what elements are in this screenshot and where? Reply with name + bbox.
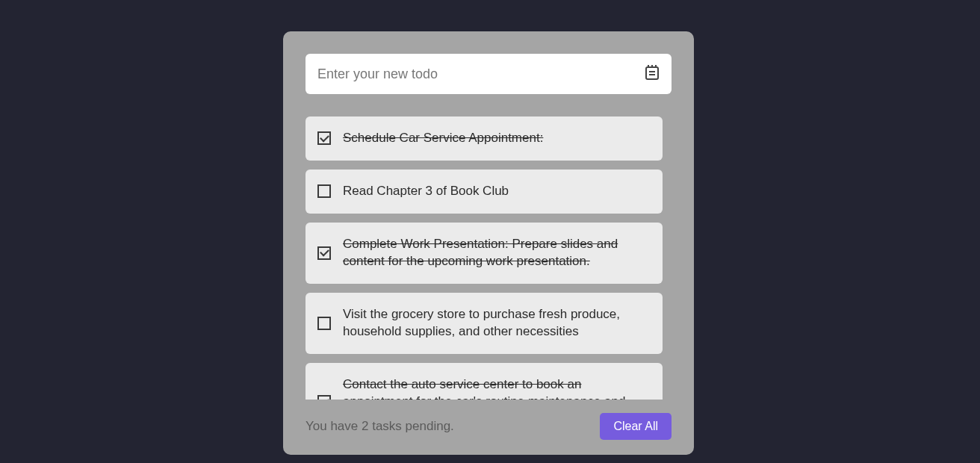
checkbox-unchecked-icon[interactable] <box>317 317 331 330</box>
todo-list[interactable]: Schedule Car Service Appointment:Read Ch… <box>306 116 672 400</box>
clear-all-button[interactable]: Clear All <box>600 413 672 440</box>
todo-text: Visit the grocery store to purchase fres… <box>343 306 651 341</box>
checkbox-unchecked-icon[interactable] <box>317 184 331 198</box>
checkbox-checked-icon[interactable] <box>317 395 331 400</box>
checkbox-checked-icon[interactable] <box>317 246 331 260</box>
todo-input[interactable] <box>317 66 637 82</box>
todo-text: Complete Work Presentation: Prepare slid… <box>343 236 651 270</box>
todo-item: Schedule Car Service Appointment: <box>306 116 663 161</box>
pending-count-text: You have 2 tasks pending. <box>306 419 454 434</box>
todo-text: Schedule Car Service Appointment: <box>343 130 543 147</box>
todo-input-row <box>306 54 672 94</box>
notes-icon[interactable] <box>645 64 660 84</box>
todo-item: Read Chapter 3 of Book Club <box>306 170 663 214</box>
todo-app-card: Schedule Car Service Appointment:Read Ch… <box>283 31 694 455</box>
todo-item: Visit the grocery store to purchase fres… <box>306 293 663 354</box>
todo-item: Contact the auto service center to book … <box>306 363 663 400</box>
svg-rect-0 <box>646 67 658 79</box>
todo-text: Read Chapter 3 of Book Club <box>343 183 509 200</box>
checkbox-checked-icon[interactable] <box>317 131 331 145</box>
todo-list-wrapper: Schedule Car Service Appointment:Read Ch… <box>306 116 672 400</box>
todo-text: Contact the auto service center to book … <box>343 376 651 400</box>
todo-item: Complete Work Presentation: Prepare slid… <box>306 223 663 284</box>
footer-row: You have 2 tasks pending. Clear All <box>306 413 672 440</box>
